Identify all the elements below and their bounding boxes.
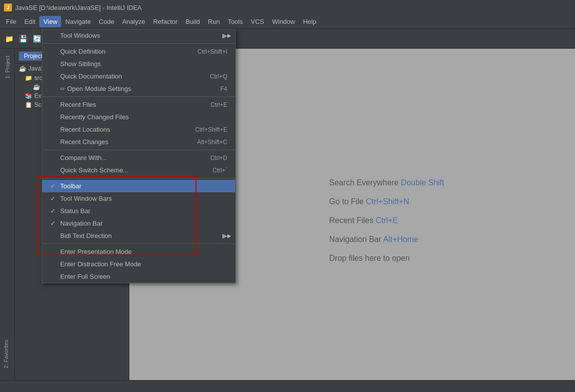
menu-navigation-bar[interactable]: ✓ Navigation Bar [42, 217, 235, 230]
hint-nav-bar: Navigation Bar Alt+Home [329, 235, 444, 244]
menu-sep-3 [42, 150, 235, 150]
menu-tools[interactable]: Tools [224, 16, 247, 27]
favorites-tab[interactable]: 2: Favorites [0, 336, 12, 372]
menu-status-bar[interactable]: ✓ Status Bar [42, 205, 235, 217]
menu-bar: File Edit View Navigate Code Analyze Ref… [0, 15, 575, 29]
menu-tool-windows[interactable]: Tool Windows ▶ [42, 29, 235, 42]
menu-vcs[interactable]: VCS [247, 16, 268, 27]
scratch-icon: 📋 [25, 101, 32, 108]
app-icon: J [4, 3, 12, 11]
hint-search: Search Everywhere Double Shift [329, 178, 444, 187]
menu-recent-files[interactable]: Recent Files Ctrl+E [42, 98, 235, 111]
menu-tool-window-bars[interactable]: ✓ Tool Window Bars [42, 192, 235, 205]
toolbar-sync-btn[interactable]: 🔄 [31, 33, 43, 45]
title-text: JavaSE [D:\ideawork\JavaSE] - IntelliJ I… [15, 4, 142, 11]
menu-compare-with[interactable]: Compare With... Ctrl+D [42, 152, 235, 164]
menu-show-siblings[interactable]: Show Siblings [42, 58, 235, 70]
menu-toolbar[interactable]: ✓ Toolbar [42, 180, 235, 192]
hint-recent-files: Recent Files Ctrl+E [329, 216, 444, 225]
bidi-arrow-icon: ▶ [212, 232, 227, 239]
menu-run[interactable]: Run [204, 16, 224, 27]
menu-analyze[interactable]: Analyze [118, 16, 149, 27]
hint-goto-file: Go to File Ctrl+Shift+N [329, 197, 444, 206]
menu-build[interactable]: Build [182, 16, 204, 27]
project-tab[interactable]: 1: Project [2, 52, 12, 82]
menu-sep-5 [42, 243, 235, 244]
menu-file[interactable]: File [2, 16, 20, 27]
menu-open-module-settings[interactable]: ✏ Open Module Settings F4 [42, 82, 235, 95]
menu-quick-switch-scheme[interactable]: Quick Switch Scheme... Ctrl+` [42, 164, 235, 176]
menu-sep-4 [42, 178, 235, 178]
menu-sep-1 [42, 43, 235, 44]
toolbar-save-btn[interactable]: 💾 [17, 33, 29, 45]
package-icon: ☕ [33, 83, 40, 90]
editor-hints: Search Everywhere Double Shift Go to Fil… [329, 178, 444, 263]
menu-view[interactable]: View [39, 16, 61, 27]
menu-full-screen[interactable]: Enter Full Screen [42, 270, 235, 283]
hint-drop-files: Drop files here to open [329, 254, 444, 263]
menu-help[interactable]: Help [299, 16, 320, 27]
folder-icon: 📁 [25, 75, 32, 81]
menu-distraction-free-mode[interactable]: Enter Distraction Free Mode [42, 258, 235, 270]
menu-presentation-mode[interactable]: Enter Presentation Mode [42, 245, 235, 258]
menu-refactor[interactable]: Refactor [149, 16, 182, 27]
menu-edit[interactable]: Edit [20, 16, 39, 27]
menu-navigate[interactable]: Navigate [61, 16, 95, 27]
menu-code[interactable]: Code [95, 16, 118, 27]
view-dropdown-menu: Tool Windows ▶ Quick Definition Ctrl+Shi… [42, 29, 236, 283]
menu-quick-documentation[interactable]: Quick Documentation Ctrl+Q [42, 70, 235, 82]
toolbar-open-btn[interactable]: 📁 [3, 33, 15, 45]
module-settings-icon: ✏ [60, 85, 65, 92]
menu-recent-changes[interactable]: Recent Changes Alt+Shift+C [42, 136, 235, 148]
menu-bidi-text-direction[interactable]: Bidi Text Direction ▶ [42, 230, 235, 242]
title-bar: J JavaSE [D:\ideawork\JavaSE] - IntelliJ… [0, 0, 575, 15]
menu-recently-changed-files[interactable]: Recently Changed Files [42, 111, 235, 123]
status-bar [0, 380, 575, 392]
library-icon: 📚 [25, 92, 32, 99]
menu-window[interactable]: Window [268, 16, 299, 27]
menu-quick-definition[interactable]: Quick Definition Ctrl+Shift+I [42, 45, 235, 58]
menu-recent-locations[interactable]: Recent Locations Ctrl+Shift+E [42, 123, 235, 136]
submenu-arrow-icon: ▶ [212, 32, 227, 39]
menu-sep-2 [42, 96, 235, 97]
